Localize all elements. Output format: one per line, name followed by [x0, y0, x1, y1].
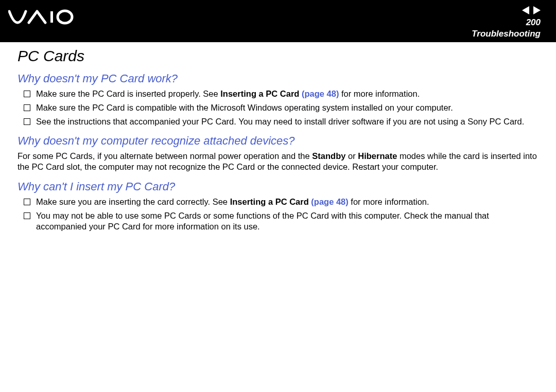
vaio-logo-icon: [8, 7, 75, 27]
list-item: See the instructions that accompanied yo…: [18, 116, 538, 127]
list-item: Make sure the PC Card is compatible with…: [18, 102, 538, 113]
list-item: You may not be able to use some PC Cards…: [18, 210, 538, 232]
text: Make sure the PC Card is inserted proper…: [36, 89, 220, 98]
bold-text: Standby: [312, 151, 345, 161]
text: For some PC Cards, if you alternate betw…: [18, 151, 312, 161]
page-link[interactable]: (page 48): [302, 89, 339, 98]
q3-heading: Why can't I insert my PC Card?: [18, 180, 538, 193]
next-page-icon[interactable]: [533, 6, 541, 14]
bold-text: Inserting a PC Card: [220, 89, 302, 98]
bold-text: Inserting a PC Card: [230, 197, 311, 206]
q2-heading: Why doesn't my computer recognize attach…: [18, 134, 538, 148]
vaio-logo: [8, 7, 75, 27]
prev-page-icon[interactable]: [522, 6, 529, 14]
content-area: PC Cards Why doesn't my PC Card work? Ma…: [0, 42, 556, 232]
q1-list: Make sure the PC Card is inserted proper…: [18, 88, 538, 127]
q1-heading: Why doesn't my PC Card work?: [18, 72, 538, 85]
page-title: PC Cards: [18, 47, 538, 65]
list-item: Make sure you are inserting the card cor…: [18, 197, 538, 207]
section-label: Troubleshooting: [472, 29, 541, 39]
page-link[interactable]: (page 48): [311, 197, 348, 206]
svg-point-1: [58, 11, 72, 23]
text: for more information.: [349, 197, 429, 206]
text: Make sure you are inserting the card cor…: [36, 197, 230, 206]
header-bar: 200 Troubleshooting: [0, 0, 556, 42]
bold-text: Hibernate: [358, 151, 397, 161]
text: or: [345, 151, 358, 161]
q2-para: For some PC Cards, if you alternate betw…: [18, 151, 538, 172]
svg-rect-0: [50, 11, 53, 23]
list-item: Make sure the PC Card is inserted proper…: [18, 88, 538, 99]
page-number: 200: [526, 17, 541, 28]
q3-list: Make sure you are inserting the card cor…: [18, 197, 538, 232]
nav-arrows: [522, 6, 541, 14]
text: for more information.: [339, 89, 420, 98]
